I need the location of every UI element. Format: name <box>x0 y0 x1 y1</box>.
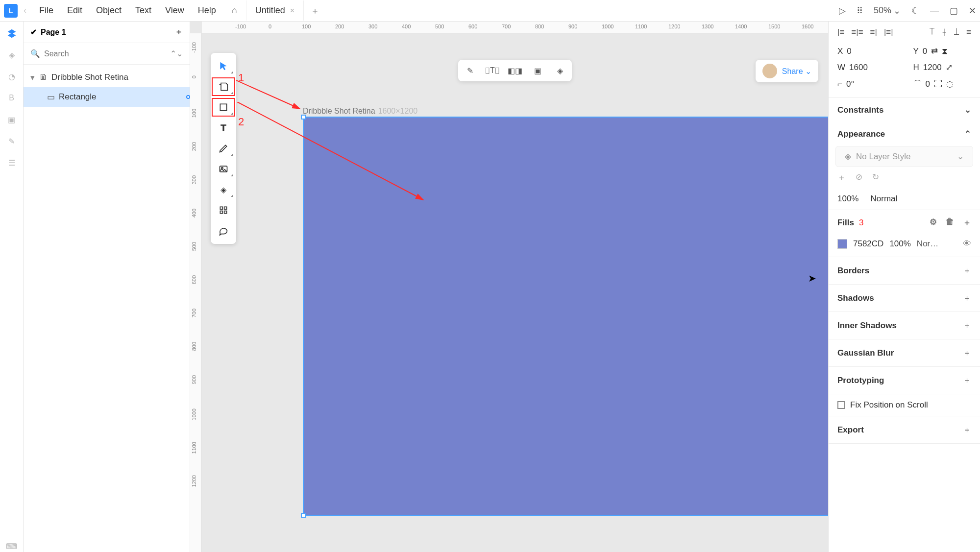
constraints-section[interactable]: Constraints⌄ <box>829 98 980 122</box>
delete-fill-icon[interactable]: 🗑 <box>946 217 954 228</box>
menu-text[interactable]: Text <box>128 5 158 16</box>
page-header[interactable]: ✔ Page 1 ＋ <box>24 22 190 43</box>
detach-style-icon[interactable]: ⊘ <box>856 172 862 183</box>
collapse-icon[interactable]: ⌃⌄ <box>170 49 183 58</box>
radius-value[interactable]: 0 <box>926 79 930 89</box>
tool-frame[interactable] <box>211 76 236 97</box>
h-value[interactable]: 1200 <box>923 63 942 72</box>
menu-file[interactable]: File <box>32 5 60 16</box>
nav-back-icon[interactable]: ‹ <box>24 5 26 16</box>
w-value[interactable]: 1600 <box>849 63 868 72</box>
menu-object[interactable]: Object <box>89 5 128 16</box>
rail-measure-icon[interactable]: ✎ <box>6 135 18 147</box>
tool-image[interactable] <box>211 159 236 179</box>
layer-node-rectangle[interactable]: ▭ Rectangle <box>24 87 190 107</box>
tool-select[interactable] <box>211 56 236 76</box>
resize-handle-bl[interactable] <box>301 513 306 518</box>
swap-xy-icon[interactable]: ⇄ <box>931 46 938 56</box>
align-justify-icon[interactable]: |≡| <box>884 27 893 37</box>
add-export-icon[interactable]: ＋ <box>963 424 971 435</box>
menu-view[interactable]: View <box>158 5 191 16</box>
home-icon[interactable]: ⌂ <box>232 5 237 16</box>
tab-untitled[interactable]: Untitled × <box>246 0 304 21</box>
inner-shadows-section[interactable]: Inner Shadows＋ <box>829 312 980 339</box>
blend-mode[interactable]: Normal <box>870 194 897 204</box>
rail-keyboard-icon[interactable]: ⌨ <box>6 540 18 552</box>
fill-hex[interactable]: 7582CD <box>853 239 883 249</box>
edit-icon[interactable]: ✎ <box>463 64 477 77</box>
x-value[interactable]: 0 <box>847 47 851 56</box>
add-tab-button[interactable]: ＋ <box>304 5 326 17</box>
search-input[interactable] <box>44 49 170 58</box>
add-shadow-icon[interactable]: ＋ <box>963 292 971 304</box>
align-bottom-icon[interactable]: ⟘ <box>954 27 959 37</box>
fill-row[interactable]: 7582CD 100% Nor… 👁 <box>829 235 980 257</box>
tool-component[interactable]: ◈ <box>211 179 236 200</box>
rail-history-icon[interactable]: ◔ <box>6 71 18 82</box>
add-border-icon[interactable]: ＋ <box>963 265 971 276</box>
apps-grid-icon[interactable]: ⠿ <box>857 5 863 16</box>
avatar[interactable] <box>762 64 777 78</box>
add-fill-icon[interactable]: ＋ <box>963 217 971 228</box>
share-button[interactable]: Share ⌄ <box>782 67 811 76</box>
add-prototype-icon[interactable]: ＋ <box>963 375 971 386</box>
add-page-button[interactable]: ＋ <box>175 27 183 37</box>
text-frame-icon[interactable]: ⌷T⌷ <box>486 64 499 77</box>
opacity-value[interactable]: 100% <box>837 194 858 204</box>
menu-help[interactable]: Help <box>191 5 223 16</box>
tab-close-icon[interactable]: × <box>290 6 294 15</box>
tool-comment[interactable] <box>211 220 236 241</box>
canvas[interactable]: ◈ ✎ ⌷T⌷ ◧◨ ▣ ◈ Share ⌄ Dribbble Shot Ret… <box>202 33 828 552</box>
tool-grid[interactable] <box>211 200 236 220</box>
layer-node-frame[interactable]: ▾ 🗎 Dribbble Shot Retina <box>24 68 190 87</box>
y-value[interactable]: 0 <box>923 47 927 56</box>
rail-list-icon[interactable]: ☰ <box>6 157 18 168</box>
fill-swatch[interactable] <box>837 239 847 249</box>
fix-on-scroll-row[interactable]: Fix Position on Scroll <box>829 394 980 416</box>
lock-ratio-icon[interactable]: ⤢ <box>946 62 953 72</box>
align-middle-icon[interactable]: ⟊ <box>942 27 947 37</box>
add-blur-icon[interactable]: ＋ <box>963 347 971 359</box>
reset-style-icon[interactable]: ↻ <box>872 172 879 183</box>
flip-icon[interactable]: ⧗ <box>942 47 948 56</box>
window-close-icon[interactable]: ✕ <box>969 5 976 16</box>
prototyping-section[interactable]: Prototyping＋ <box>829 367 980 394</box>
menu-edit[interactable]: Edit <box>60 5 89 16</box>
expand-corners-icon[interactable]: ⛶ <box>934 79 942 89</box>
fill-opacity[interactable]: 100% <box>889 239 910 249</box>
distribute-icon[interactable]: ≡ <box>966 27 971 37</box>
components-icon[interactable]: ◈ <box>553 64 567 77</box>
window-minimize-icon[interactable]: — <box>930 5 939 16</box>
boolean-icon[interactable]: ◧◨ <box>508 64 522 77</box>
add-inner-shadow-icon[interactable]: ＋ <box>963 320 971 331</box>
rail-typography-icon[interactable]: B <box>6 92 18 104</box>
blur-section[interactable]: Gaussian Blur＋ <box>829 339 980 367</box>
fill-blend-mode[interactable]: Nor… <box>917 239 938 249</box>
align-right-icon[interactable]: ≡| <box>870 27 877 37</box>
align-left-icon[interactable]: |≡ <box>837 27 844 37</box>
add-style-icon[interactable]: ＋ <box>837 172 846 183</box>
fill-options-icon[interactable]: ⚙ <box>930 217 937 228</box>
zoom-dropdown[interactable]: 50%⌄ <box>874 5 901 16</box>
fix-scroll-checkbox[interactable] <box>837 401 845 409</box>
fill-visibility-icon[interactable]: 👁 <box>963 239 971 249</box>
mask-icon[interactable]: ▣ <box>531 64 544 77</box>
borders-section[interactable]: Borders＋ <box>829 257 980 285</box>
appearance-section[interactable]: Appearance⌃ <box>829 122 980 146</box>
theme-toggle-icon[interactable]: ☾ <box>911 5 919 16</box>
rail-layers-icon[interactable] <box>6 27 18 39</box>
rail-image-icon[interactable]: ▣ <box>6 114 18 125</box>
tool-rectangle[interactable] <box>211 97 236 118</box>
shadows-section[interactable]: Shadows＋ <box>829 285 980 312</box>
rail-components-icon[interactable]: ◈ <box>6 49 18 61</box>
play-icon[interactable]: ▷ <box>839 5 846 16</box>
align-center-icon[interactable]: ≡|≡ <box>851 27 863 37</box>
window-maximize-icon[interactable]: ▢ <box>950 5 958 16</box>
independent-corners-icon[interactable]: ◌ <box>946 79 954 89</box>
angle-value[interactable]: 0° <box>846 79 854 89</box>
layer-style-picker[interactable]: ◈ No Layer Style ⌄ <box>835 146 973 167</box>
tool-pen[interactable] <box>211 138 236 159</box>
tool-text[interactable] <box>211 118 236 138</box>
export-section[interactable]: Export＋ <box>829 416 980 444</box>
align-top-icon[interactable]: ⟙ <box>929 27 935 37</box>
